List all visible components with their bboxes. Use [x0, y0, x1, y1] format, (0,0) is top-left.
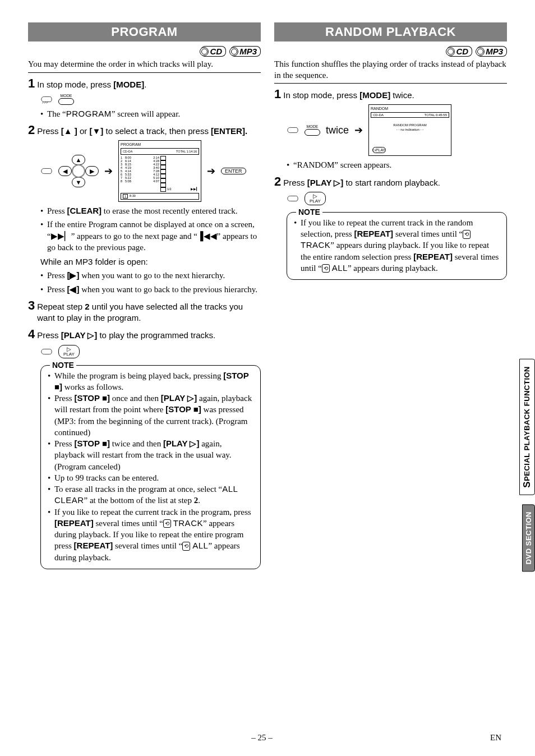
random-step-2: 2 Press [PLAY ▷] to start random playbac… — [274, 176, 507, 188]
random-intro: This function shuffles the playing order… — [274, 59, 507, 81]
mode-key: [MODE] — [113, 80, 144, 89]
play-button-figure: ▷ PLAY — [287, 192, 507, 205]
page-note: If the entire Program cannot be displaye… — [40, 219, 261, 253]
tab-special-playback[interactable]: SSPECIAL PLAYBACK FUNCTIONPECIAL PLAYBAC… — [519, 359, 535, 495]
program-step-1: 1 In stop mode, press [MODE]. — [28, 77, 261, 90]
random-screen: RANDOM CD-DA TOTAL 0:45:55 RANDOM PROGRA… — [368, 104, 451, 156]
program-screen: PROGRAM CD-DA TOTAL 1:14:16 18:002:14 26… — [118, 140, 201, 202]
play-icon: ▷PLAY — [372, 147, 386, 153]
tab-dvd-section[interactable]: DVD SECTION — [522, 504, 535, 571]
random-step-1: 1 In stop mode, press [MODE] twice. — [274, 88, 507, 101]
page-footer: – 25 – EN — [0, 733, 535, 743]
mode-button-icon: MODE — [58, 94, 74, 105]
clear-note: Press [CLEAR] to erase the most recently… — [40, 205, 261, 216]
step-number: 4 — [28, 328, 35, 340]
step-number: 1 — [274, 88, 281, 100]
dpad-figure: ▲ ◀▶ ▼ ➔ PROGRAM CD-DA TOTAL 1:14:16 18:… — [40, 140, 261, 202]
dpad-icon: ▲ ◀▶ ▼ — [58, 154, 99, 188]
repeat-icon: ⟲ — [163, 519, 171, 528]
mp3-badge: MP3 — [477, 46, 507, 57]
mode-button-icon: MODE — [305, 125, 320, 136]
hand-icon — [40, 94, 53, 104]
side-tabs: SSPECIAL PLAYBACK FUNCTIONPECIAL PLAYBAC… — [519, 359, 535, 571]
program-header: PROGRAM — [28, 22, 261, 42]
program-intro: You may determine the order in which tra… — [28, 59, 261, 70]
program-screen-note: The “PROGRAM” screen will appear. — [40, 108, 261, 119]
program-note-box: NOTE While the program is being played b… — [40, 365, 261, 569]
mp3-prev-hierarchy: Press [◀] when you want to go back to th… — [40, 284, 261, 295]
arrow-icon: ➔ — [354, 124, 363, 136]
mode-button-figure: MODE — [40, 94, 261, 105]
hand-icon — [287, 193, 299, 204]
step-number: 2 — [28, 124, 35, 136]
program-step-4: 4 Press [PLAY ▷] to play the programmed … — [28, 328, 261, 341]
step-number: 3 — [28, 299, 35, 312]
random-figure: MODE twice ➔ RANDOM CD-DA TOTAL 0:45:55 … — [287, 104, 507, 156]
mode-label: MODE — [61, 94, 72, 98]
cd-badge: CD — [447, 46, 472, 57]
random-section: RANDOM PLAYBACK CD MP3 This function shu… — [274, 22, 507, 569]
step-number: 1 — [28, 77, 35, 90]
page-number: – 25 – — [251, 733, 273, 743]
play-button-icon: ▷ PLAY — [58, 345, 80, 358]
mp3-next-hierarchy: Press [▶] when you want to go to the nex… — [40, 270, 261, 281]
program-step-2: 2 Press [▲ ] or [▼] to select a track, t… — [28, 124, 261, 137]
random-header: RANDOM PLAYBACK — [274, 22, 507, 42]
random-screen-note: “RANDOM” screen appears. — [287, 159, 507, 170]
step-text: . — [144, 80, 146, 89]
hand-icon — [40, 347, 53, 357]
twice-label: twice — [326, 125, 349, 136]
mp3-badge: MP3 — [230, 46, 261, 57]
mp3-heading: While an MP3 folder is open: — [40, 256, 261, 268]
program-section: PROGRAM CD MP3 You may determine the ord… — [28, 22, 261, 569]
repeat-icon: ⟲ — [463, 230, 471, 239]
note-label: NOTE — [296, 207, 322, 218]
note-label: NOTE — [50, 360, 76, 371]
play-button-icon: ▷ PLAY — [305, 192, 326, 205]
step-number: 2 — [274, 176, 281, 188]
random-note-box: NOTE If you like to repeat the current t… — [287, 212, 507, 280]
cd-badge: CD — [201, 46, 226, 57]
enter-button-icon: ENTER — [221, 168, 246, 174]
play-button-figure: ▷ PLAY — [40, 345, 261, 358]
page-lang: EN — [490, 733, 501, 743]
repeat-icon: ⟲ — [182, 542, 190, 551]
repeat-icon: ⟲ — [322, 264, 330, 273]
hand-icon — [40, 166, 53, 176]
hand-icon — [287, 125, 299, 135]
program-step-3: 3 Repeat step 2 until you have selected … — [28, 299, 261, 324]
arrow-icon: ➔ — [207, 165, 215, 177]
step-text: In stop mode, press — [37, 80, 113, 89]
arrow-icon: ➔ — [104, 165, 113, 177]
